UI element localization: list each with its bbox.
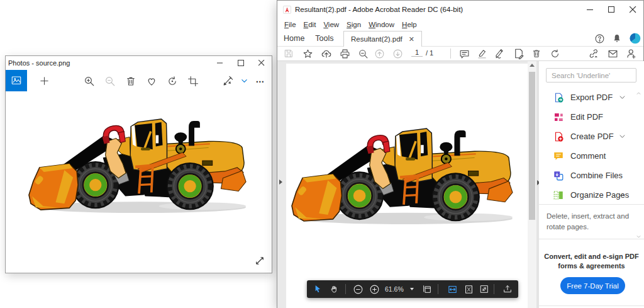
previous-page-icon[interactable] [374, 48, 385, 59]
hand-tool-icon[interactable] [328, 283, 340, 295]
scroll-up-icon[interactable] [530, 64, 535, 67]
floating-toolbar: 61.6% [307, 280, 518, 298]
page-thumbnails-icon[interactable] [421, 283, 433, 295]
nav-pane-strip [277, 61, 286, 308]
tool-combine-files[interactable]: Combine Files [539, 166, 644, 185]
nav-pane-handle-icon[interactable] [279, 180, 282, 185]
edit-create-icon[interactable] [221, 75, 234, 88]
photos-toolbar: ⋯ [6, 70, 272, 92]
chevron-down-icon[interactable] [238, 75, 250, 88]
avatar[interactable] [629, 32, 641, 45]
chevron-up-icon[interactable] [619, 191, 626, 198]
print-icon[interactable] [339, 48, 350, 59]
free-trial-button[interactable]: Free 7-Day Trial [560, 277, 625, 294]
tab-document[interactable]: Resultant(2).pdf ✕ [343, 31, 422, 47]
delete-icon[interactable] [531, 48, 542, 59]
tools-sidebar: Search 'Underline' Export PDF Edit PDF C… [539, 61, 644, 308]
tool-label: Combine Files [570, 171, 623, 180]
tool-edit-pdf[interactable]: Edit PDF [539, 107, 644, 127]
pdf-page [286, 64, 528, 308]
share-link-icon[interactable] [588, 48, 599, 59]
quick-toolbar: 1 / 1 [277, 47, 643, 61]
star-icon[interactable] [302, 48, 313, 59]
photos-window: Photos - source.png ⋯ [5, 55, 272, 273]
sidebar-search-input[interactable]: Search 'Underline' [546, 68, 636, 83]
export-pdf-icon [553, 92, 564, 103]
rotate-icon[interactable] [166, 75, 179, 88]
acrobat-window-title: Resultant(2).pdf - Adobe Acrobat Reader … [291, 6, 579, 13]
zoom-in-icon[interactable] [83, 75, 96, 88]
zoom-in-icon[interactable] [369, 283, 380, 295]
tool-label: Comment [570, 151, 606, 161]
tab-tools[interactable]: Tools [311, 31, 338, 46]
zoom-level[interactable]: 61.6% [385, 285, 404, 293]
crop-icon[interactable] [187, 75, 199, 88]
document-area: 61.6% Search 'Underline' Export PDF Edit [277, 61, 643, 308]
fullscreen-icon[interactable] [479, 283, 490, 295]
expand-icon[interactable] [254, 255, 265, 266]
next-page-icon[interactable] [392, 48, 403, 59]
zoom-out-icon[interactable] [352, 283, 364, 295]
select-tool-icon[interactable] [312, 283, 323, 295]
close-button[interactable] [251, 56, 272, 70]
tool-label: Edit PDF [570, 112, 603, 122]
more-icon[interactable]: ⋯ [254, 75, 267, 88]
menu-file[interactable]: File [280, 21, 300, 28]
tool-label: Export PDF [570, 93, 613, 102]
minimize-button[interactable] [579, 1, 601, 18]
chevron-down-icon[interactable] [619, 94, 626, 101]
favorite-icon[interactable] [145, 75, 158, 88]
sign-icon[interactable] [494, 48, 506, 59]
acrobat-logo-icon [283, 6, 291, 14]
close-button[interactable] [622, 1, 643, 18]
tab-home[interactable]: Home [279, 31, 309, 46]
tab-close-icon[interactable]: ✕ [409, 35, 414, 43]
zoom-out-icon[interactable] [104, 75, 116, 88]
scrollbar-thumb[interactable] [529, 72, 535, 220]
photos-window-title: Photos - source.png [8, 59, 209, 67]
comment-icon[interactable] [458, 48, 470, 59]
photos-titlebar: Photos - source.png [6, 56, 272, 70]
help-icon[interactable] [594, 33, 605, 44]
fill-sign-icon[interactable] [513, 48, 525, 59]
search-placeholder: Search 'Underline' [552, 72, 610, 79]
fit-page-icon[interactable] [463, 283, 474, 295]
maximize-button[interactable] [230, 56, 251, 70]
email-icon[interactable] [607, 48, 618, 59]
chevron-down-icon[interactable] [619, 133, 626, 140]
highlight-icon[interactable] [476, 48, 487, 59]
menu-sign[interactable]: Sign [343, 21, 365, 28]
menu-window[interactable]: Window [365, 21, 398, 28]
promo-text: Convert, edit and e-sign PDF forms & agr… [539, 252, 644, 271]
tool-create-pdf[interactable]: Create PDF [539, 127, 644, 146]
menu-view[interactable]: View [319, 21, 343, 28]
see-all-photos-button[interactable] [6, 70, 27, 91]
tabbar: Home Tools Resultant(2).pdf ✕ [277, 30, 643, 47]
open-in-icon[interactable] [502, 283, 513, 295]
tool-comment[interactable]: Comment [539, 146, 644, 166]
search-icon[interactable] [357, 48, 369, 59]
tool-export-pdf[interactable]: Export PDF [539, 88, 644, 107]
bulldozer-image [28, 117, 250, 216]
fit-width-icon[interactable] [447, 283, 458, 295]
add-icon[interactable] [38, 75, 50, 88]
page-number-input[interactable]: 1 [411, 48, 423, 57]
refresh-icon[interactable] [549, 48, 560, 59]
create-pdf-icon [553, 131, 564, 142]
vertical-scrollbar[interactable] [528, 61, 536, 308]
sidebar-scroll-up-icon[interactable] [636, 91, 641, 96]
maximize-button[interactable] [601, 1, 622, 18]
save-icon[interactable] [283, 48, 294, 59]
delete-icon[interactable] [125, 75, 137, 88]
person-add-icon[interactable] [626, 48, 637, 59]
tool-organize-pages[interactable]: Organize Pages [539, 185, 644, 205]
minimize-button[interactable] [209, 56, 230, 70]
zoom-caret-icon[interactable] [410, 288, 414, 290]
photos-content [6, 92, 272, 273]
organize-pages-icon [553, 190, 564, 201]
notifications-icon[interactable] [612, 33, 622, 43]
menu-help[interactable]: Help [398, 21, 421, 28]
menu-edit[interactable]: Edit [300, 21, 320, 28]
promo-line2: forms & agreements [539, 261, 644, 271]
cloud-upload-icon[interactable] [321, 48, 332, 59]
